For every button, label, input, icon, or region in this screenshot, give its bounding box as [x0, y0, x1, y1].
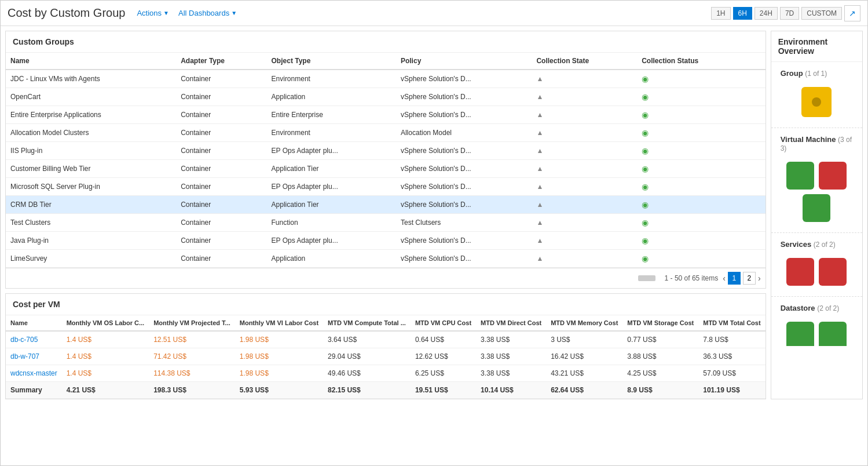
collection-status-icon: ◉	[642, 182, 649, 191]
vm-name[interactable]: db-c-705	[6, 331, 62, 348]
time-6h-button[interactable]: 6H	[733, 7, 752, 20]
pagination-range: 1 - 50 of 65 items	[665, 274, 719, 282]
cost-col-name: Name	[6, 315, 62, 331]
table-row[interactable]: db-c-705 1.4 US$ 12.51 US$ 1.98 US$ 3.64…	[6, 331, 766, 348]
table-row[interactable]: JDC - Linux VMs with Agents Container En…	[6, 70, 766, 88]
env-group-label: Services	[781, 240, 812, 249]
table-row[interactable]: db-w-707 1.4 US$ 71.42 US$ 1.98 US$ 29.0…	[6, 348, 766, 365]
row-status: ◉	[637, 70, 749, 88]
table-row[interactable]: Test Clusters Container Function Test Cl…	[6, 214, 766, 232]
table-row[interactable]: OpenCart Container Application vSphere S…	[6, 88, 766, 106]
cost-col-5: MTD VM CPU Cost	[411, 315, 476, 331]
vm-col2: 114.38 US$	[149, 365, 235, 382]
env-box	[819, 322, 847, 346]
col-extra	[749, 53, 765, 70]
vm-col8: 3.88 US$	[622, 348, 698, 365]
row-extra	[749, 124, 765, 142]
row-adapter: Container	[176, 124, 266, 142]
vm-name[interactable]: db-w-707	[6, 348, 62, 365]
vm-name[interactable]: wdcnsx-master	[6, 365, 62, 382]
env-group: Virtual Machine (3 of 3)	[771, 128, 862, 233]
row-status: ◉	[637, 232, 749, 250]
table-row[interactable]: wdcnsx-master 1.4 US$ 114.38 US$ 1.98 US…	[6, 365, 766, 382]
row-object: Application Tier	[267, 196, 396, 214]
time-24h-button[interactable]: 24H	[755, 7, 778, 20]
collection-status-icon: ◉	[642, 236, 649, 245]
custom-groups-title: Custom Groups	[6, 31, 766, 53]
cost-per-vm-title: Cost per VM	[6, 294, 766, 315]
table-row[interactable]: IIS Plug-in Container EP Ops Adapter plu…	[6, 142, 766, 160]
cost-col-3: Monthly VM VI Labor Cost	[235, 315, 323, 331]
collection-status-icon: ◉	[642, 254, 649, 263]
row-adapter: Container	[176, 88, 266, 106]
collection-state-icon: ▲	[536, 165, 543, 173]
collection-status-icon: ◉	[642, 128, 649, 137]
row-adapter: Container	[176, 250, 266, 268]
vm-col7: 43.21 US$	[546, 365, 622, 382]
row-object: Application	[267, 88, 396, 106]
table-row[interactable]: Entire Enterprise Applications Container…	[6, 106, 766, 124]
time-custom-button[interactable]: CUSTOM	[801, 7, 842, 20]
custom-groups-table-wrapper[interactable]: Name Adapter Type Object Type Policy Col…	[6, 53, 766, 268]
row-name: IIS Plug-in	[6, 142, 176, 160]
cost-col-9: MTD VM Total Cost	[698, 315, 765, 331]
custom-groups-section: Custom Groups Name Adapter Type Object T…	[5, 31, 766, 289]
page-2-button[interactable]: 2	[743, 272, 756, 285]
table-row[interactable]: Allocation Model Clusters Container Envi…	[6, 124, 766, 142]
share-button[interactable]: ↗	[844, 5, 860, 21]
row-adapter: Container	[176, 214, 266, 232]
table-row[interactable]: LimeSurvey Container Application vSphere…	[6, 250, 766, 268]
page-title: Cost by Custom Group	[8, 6, 125, 20]
actions-menu[interactable]: Actions ▼	[137, 9, 169, 17]
row-policy: vSphere Solution's D...	[396, 178, 532, 196]
vm-col5: 0.64 US$	[411, 331, 476, 348]
vm-col9: 36.3 US$	[698, 348, 765, 365]
env-box	[786, 322, 814, 346]
table-row[interactable]: Microsoft SQL Server Plug-in Container E…	[6, 178, 766, 196]
row-adapter: Container	[176, 160, 266, 178]
row-policy: vSphere Solution's D...	[396, 106, 532, 124]
row-extra	[749, 178, 765, 196]
row-status: ◉	[637, 196, 749, 214]
row-adapter: Container	[176, 106, 266, 124]
next-page-button[interactable]: ›	[758, 274, 761, 283]
time-7d-button[interactable]: 7D	[780, 7, 799, 20]
row-name: Entire Enterprise Applications	[6, 106, 176, 124]
row-status: ◉	[637, 178, 749, 196]
vm-col4: 29.04 US$	[323, 348, 411, 365]
env-box	[786, 162, 814, 190]
vm-col6: 3.38 US$	[476, 348, 546, 365]
scrollbar[interactable]	[633, 273, 660, 283]
env-group-count: (2 of 2)	[814, 241, 836, 249]
col-name: Name	[6, 53, 176, 70]
env-group-count: (1 of 1)	[805, 70, 827, 78]
row-state: ▲	[532, 142, 637, 160]
summary-col2: 198.3 US$	[149, 382, 235, 399]
env-group-label: Virtual Machine	[781, 135, 836, 144]
table-row[interactable]: CRM DB Tier Container Application Tier v…	[6, 196, 766, 214]
env-group-label: Group	[781, 69, 803, 78]
summary-col8: 8.9 US$	[622, 382, 698, 399]
page-1-button[interactable]: 1	[728, 272, 741, 285]
dashboards-chevron-icon: ▼	[231, 10, 237, 16]
vm-col7: 3 US$	[546, 331, 622, 348]
col-object-type: Object Type	[267, 53, 396, 70]
all-dashboards-menu[interactable]: All Dashboards ▼	[178, 9, 237, 17]
cost-col-2: Monthly VM Projected T...	[149, 315, 235, 331]
col-adapter-type: Adapter Type	[176, 53, 266, 70]
row-state: ▲	[532, 88, 637, 106]
collection-status-icon: ◉	[642, 146, 649, 155]
env-overview-body[interactable]: Group (1 of 1)Virtual Machine (3 of 3)Se…	[771, 62, 862, 346]
summary-col3: 5.93 US$	[235, 382, 323, 399]
col-policy: Policy	[396, 53, 532, 70]
time-1h-button[interactable]: 1H	[711, 7, 730, 20]
table-row[interactable]: Customer Billing Web Tier Container Appl…	[6, 160, 766, 178]
collection-status-icon: ◉	[642, 200, 649, 209]
vm-col3: 1.98 US$	[235, 365, 323, 382]
env-box	[786, 258, 814, 286]
row-policy: vSphere Solution's D...	[396, 232, 532, 250]
env-box	[803, 194, 830, 222]
row-name: Customer Billing Web Tier	[6, 160, 176, 178]
prev-page-button[interactable]: ‹	[723, 274, 726, 283]
table-row[interactable]: Java Plug-in Container EP Ops Adapter pl…	[6, 232, 766, 250]
